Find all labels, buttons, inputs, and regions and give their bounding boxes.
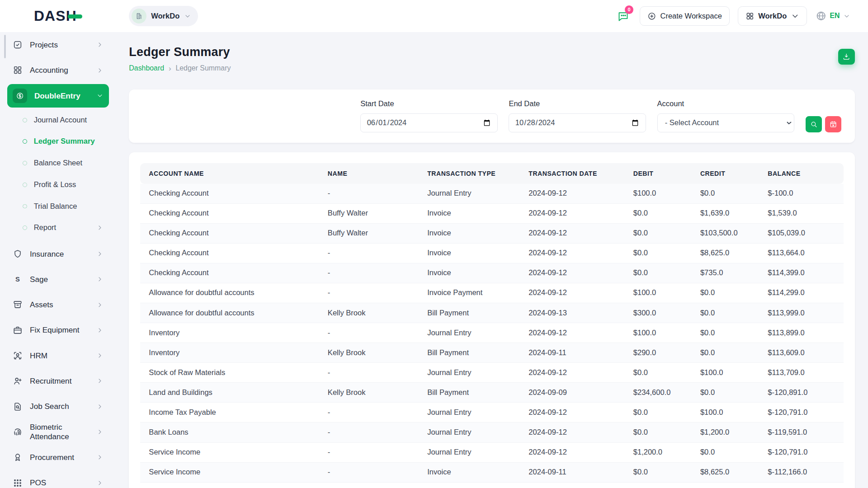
sidebar-item-label: Accounting: [30, 66, 89, 75]
sidebar-item-insurance[interactable]: Insurance: [7, 242, 109, 265]
table-row: InventoryKelly BrookBill Payment2024-09-…: [140, 343, 844, 363]
table-cell: $0.0: [624, 204, 691, 224]
apps-menu-label: WorkDo: [758, 12, 787, 21]
table-cell: $0.0: [624, 422, 691, 442]
account-select[interactable]: - Select Account: [657, 113, 795, 132]
sidebar-item-job-search[interactable]: Job Search: [7, 395, 109, 418]
chevron-down-icon: [96, 92, 104, 99]
messages-badge: 0: [625, 5, 633, 14]
sidebar-item-label: DoubleEntry: [34, 91, 89, 101]
page-title: Ledger Summary: [129, 45, 231, 59]
account-label: Account: [657, 99, 795, 108]
table-cell: -: [319, 283, 418, 303]
sidebar-item-accounting[interactable]: Accounting: [7, 59, 109, 82]
table-row: Bank Loans-Journal Entry2024-09-12$0.0$1…: [140, 422, 844, 442]
chevron-right-icon: [96, 428, 104, 436]
sidebar-item-fix-equipment[interactable]: Fix Equipment: [7, 319, 109, 342]
sidebar-item-projects[interactable]: Projects: [7, 33, 109, 56]
language-selector[interactable]: EN: [816, 10, 850, 21]
pos-icon: [13, 478, 23, 488]
sidebar-scrollbar[interactable]: [4, 35, 6, 58]
apps-menu-button[interactable]: WorkDo: [738, 6, 807, 26]
chevron-right-icon: [96, 250, 104, 258]
doubleentry-icon: [16, 92, 24, 100]
table-cell: Journal Entry: [419, 403, 520, 422]
workspace-switcher[interactable]: WorkDo: [129, 6, 198, 26]
reset-icon: [829, 120, 837, 128]
page-header: Ledger Summary Dashboard › Ledger Summar…: [129, 45, 854, 72]
table-cell: $0.0: [691, 383, 759, 403]
table-cell: $100.0: [624, 283, 691, 303]
svg-text:S: S: [15, 276, 20, 283]
table-cell: $290.0: [624, 343, 691, 363]
sidebar-item-recruitment[interactable]: Recruitment: [7, 370, 109, 393]
sidebar-subitem-balance-sheet[interactable]: Balance Sheet: [17, 154, 109, 173]
end-date-input[interactable]: [509, 113, 646, 132]
table-cell: $103,500.0: [691, 224, 759, 244]
table-cell: $0.0: [691, 343, 759, 363]
logo-area: DASH: [0, 8, 116, 24]
breadcrumb-current: Ledger Summary: [175, 64, 231, 72]
end-date-field: End Date: [509, 99, 646, 132]
sidebar-subitem-trial-balance[interactable]: Trial Balance: [17, 197, 109, 216]
chevron-right-icon: [96, 41, 104, 48]
table-cell: Land and Buildings: [140, 383, 319, 403]
chevron-right-icon: [96, 454, 104, 461]
sidebar-item-hrm[interactable]: HRM: [7, 344, 109, 367]
search-button[interactable]: [806, 116, 822, 132]
table-row: Checking Account-Invoice2024-09-12$0.0$7…: [140, 263, 844, 283]
sidebar-subitem-profit-loss[interactable]: Profit & Loss: [17, 175, 109, 194]
sidebar-item-procurement[interactable]: Procurement: [7, 446, 109, 469]
table-cell: Service Income: [140, 443, 319, 463]
table-cell: -: [319, 463, 418, 483]
table-cell: -: [319, 422, 418, 442]
table-cell: Bill Payment: [419, 383, 520, 403]
reset-button[interactable]: [825, 116, 842, 132]
start-date-input[interactable]: [360, 113, 498, 132]
plus-circle-icon: [647, 12, 656, 21]
table-cell: 2024-09-12: [520, 204, 624, 224]
sidebar-item-sage[interactable]: SSage: [7, 267, 109, 291]
logo[interactable]: DASH: [34, 8, 82, 24]
table-cell: -: [319, 403, 418, 422]
breadcrumb-dashboard-link[interactable]: Dashboard: [129, 64, 164, 72]
breadcrumb-separator-icon: ›: [169, 65, 171, 72]
chevron-right-icon: [96, 276, 104, 283]
sidebar-item-assets[interactable]: Assets: [7, 293, 109, 316]
sidebar-item-doubleentry[interactable]: DoubleEntry: [7, 84, 109, 107]
biometric-icon: [13, 427, 23, 437]
table-cell: -: [319, 363, 418, 383]
chevron-down-icon: [184, 13, 191, 20]
sidebar-subitem-label: Profit & Loss: [34, 180, 104, 189]
table-cell: $0.0: [624, 224, 691, 244]
ledger-table: ACCOUNT NAMENAMETRANSACTION TYPETRANSACT…: [140, 163, 844, 482]
table-cell: Inventory: [140, 323, 319, 343]
sidebar-subitem-label: Ledger Summary: [34, 137, 104, 146]
chevron-down-icon: [843, 13, 850, 20]
download-button[interactable]: [838, 49, 855, 65]
table-cell: Inventory: [140, 343, 319, 363]
create-workspace-button[interactable]: Create Workspace: [640, 6, 729, 26]
end-date-label: End Date: [509, 99, 646, 108]
table-row: Checking Account-Journal Entry2024-09-12…: [140, 184, 844, 204]
sidebar-item-pos[interactable]: POS: [7, 471, 109, 488]
table-cell: $8,625.0: [691, 244, 759, 263]
workspace-avatar: [132, 9, 146, 23]
table-cell: Checking Account: [140, 224, 319, 244]
sidebar-subitem-report[interactable]: Report: [17, 219, 109, 238]
sidebar-item-label: Fix Equipment: [30, 325, 89, 335]
table-cell: -: [319, 323, 418, 343]
dot-icon: [23, 204, 27, 209]
table-cell: 2024-09-12: [520, 283, 624, 303]
messages-button[interactable]: 0: [615, 8, 632, 24]
sidebar-subitem-ledger-summary[interactable]: Ledger Summary: [17, 132, 109, 151]
sidebar-subitem-journal-account[interactable]: Journal Account: [17, 111, 109, 130]
table-row: Allowance for doubtful accountsKelly Bro…: [140, 303, 844, 323]
table-cell: $114,399.0: [759, 263, 844, 283]
table-cell: Bill Payment: [419, 343, 520, 363]
chevron-right-icon: [96, 479, 104, 487]
projects-icon: [13, 40, 23, 50]
table-cell: $105,039.0: [759, 224, 844, 244]
table-cell: -: [319, 184, 418, 204]
sidebar-item-biometric-attendance[interactable]: Biometric Attendance: [7, 420, 109, 443]
